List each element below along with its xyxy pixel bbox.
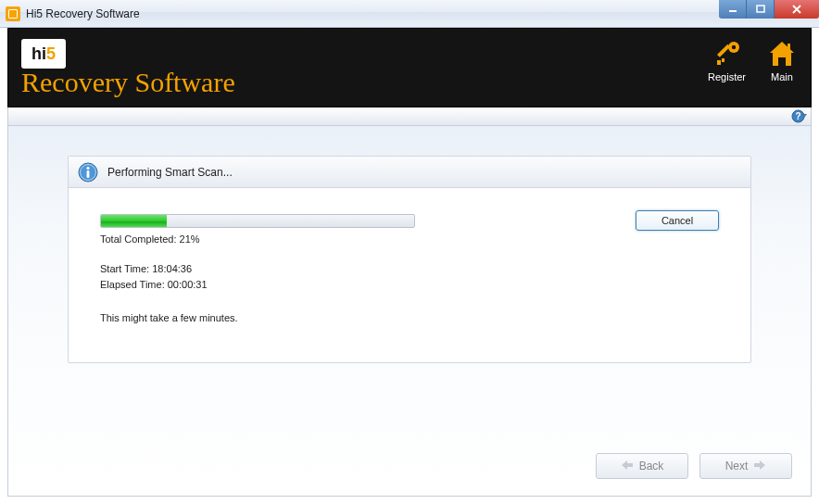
app-icon	[6, 6, 20, 21]
svg-point-12	[86, 166, 89, 169]
svg-rect-13	[87, 170, 90, 178]
logo-5: 5	[46, 44, 56, 64]
app-header: hi5 Recovery Software Register	[7, 28, 812, 107]
scan-panel-header: Performing Smart Scan...	[69, 157, 750, 188]
scan-panel: Performing Smart Scan... Cancel Total Co…	[68, 156, 751, 363]
scan-progress-fill	[101, 215, 167, 227]
key-icon	[712, 38, 743, 69]
svg-rect-1	[757, 6, 764, 12]
next-label: Next	[725, 460, 749, 472]
register-label: Register	[708, 71, 746, 82]
home-icon	[766, 38, 798, 69]
svg-rect-5	[717, 60, 721, 65]
scan-hint-text: This might take a few minutes.	[100, 312, 719, 323]
help-button[interactable]: ?	[790, 108, 805, 123]
main-button[interactable]: Main	[766, 38, 798, 82]
arrow-left-icon	[621, 460, 634, 473]
total-completed-label: Total Completed: 21%	[100, 233, 719, 245]
window-title: Hi5 Recovery Software	[26, 7, 140, 20]
svg-rect-6	[722, 58, 724, 62]
maximize-button[interactable]	[747, 0, 775, 19]
window-controls	[719, 0, 819, 19]
svg-rect-4	[717, 44, 730, 57]
window-titlebar: Hi5 Recovery Software	[0, 0, 819, 28]
product-name: Recovery Software	[21, 69, 235, 96]
scan-body: Cancel Total Completed: 21% Start Time: …	[69, 188, 750, 333]
main-label: Main	[771, 71, 793, 82]
logo: hi5 Recovery Software	[21, 39, 235, 96]
svg-rect-7	[788, 44, 790, 49]
wizard-nav: Back Next	[596, 453, 792, 479]
back-button[interactable]: Back	[596, 453, 688, 479]
scan-status-text: Performing Smart Scan...	[107, 166, 233, 179]
cancel-button[interactable]: Cancel	[636, 210, 719, 231]
toolbar-strip: ?	[7, 107, 812, 126]
svg-rect-0	[729, 10, 737, 12]
back-label: Back	[639, 460, 664, 472]
logo-badge: hi5	[21, 39, 66, 69]
logo-hi: hi	[32, 44, 46, 64]
arrow-right-icon	[753, 460, 766, 473]
close-button[interactable]	[775, 0, 819, 19]
register-button[interactable]: Register	[708, 38, 746, 82]
chevron-down-icon	[801, 114, 807, 118]
svg-point-3	[731, 45, 735, 49]
minimize-button[interactable]	[719, 0, 747, 19]
elapsed-time-label: Elapsed Time: 00:00:31	[100, 277, 719, 293]
info-icon	[78, 162, 98, 183]
svg-text:?: ?	[795, 111, 800, 121]
scan-progress-bar	[100, 214, 415, 228]
start-time-label: Start Time: 18:04:36	[100, 261, 719, 277]
content-area: Performing Smart Scan... Cancel Total Co…	[7, 126, 812, 497]
next-button[interactable]: Next	[699, 453, 792, 479]
